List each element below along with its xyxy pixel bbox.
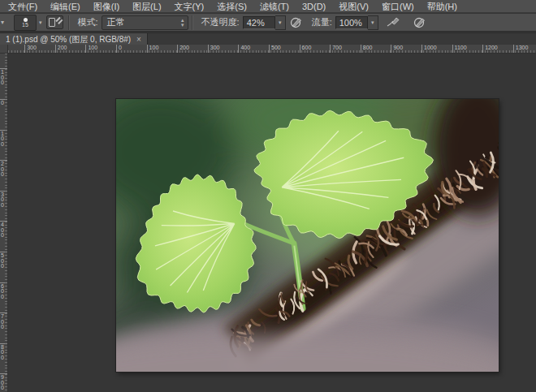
ruler-label: 100 bbox=[149, 45, 159, 51]
mode-label: 模式: bbox=[78, 16, 98, 28]
ruler-tick bbox=[300, 45, 300, 53]
brush-size-value: 15 bbox=[22, 22, 28, 28]
tool-options-bar: ▾ 15 ▾ 模式: 正常 ▲▼ 不透明度: 42% ▾ 流量: 100% ▾ bbox=[0, 14, 536, 32]
toggle-brush-panel-button[interactable] bbox=[46, 15, 63, 29]
ruler-label: 1000 bbox=[424, 45, 437, 51]
ruler-label: 1200 bbox=[485, 45, 498, 51]
ruler-label: 600 bbox=[302, 45, 312, 51]
ruler-label: 1100 bbox=[455, 45, 467, 51]
ruler-label: 900 bbox=[393, 45, 403, 51]
ruler-tick bbox=[116, 45, 117, 53]
ruler-label: 200 bbox=[58, 45, 67, 51]
document-tab-title: 1 (1).psd @ 50% (图层 0, RGB/8#) bbox=[6, 34, 131, 45]
opacity-dropdown-icon[interactable]: ▾ bbox=[275, 15, 286, 30]
ruler-tick bbox=[513, 45, 514, 53]
ruler-label: 1300 bbox=[516, 45, 529, 51]
menu-item-1[interactable]: 编辑(E) bbox=[44, 0, 87, 13]
ruler-label: 8 0 0 bbox=[1, 345, 4, 361]
ruler-label: 300 bbox=[27, 45, 37, 51]
photo-leaves bbox=[116, 99, 499, 372]
menu-item-9[interactable]: 窗口(W) bbox=[375, 0, 421, 13]
document-tab-bar: 1 (1).psd @ 50% (图层 0, RGB/8#) × bbox=[0, 32, 536, 45]
flow-input[interactable]: 100% bbox=[335, 16, 368, 29]
ruler-tick bbox=[24, 45, 25, 53]
tool-preset-arrow-icon[interactable]: ▾ bbox=[0, 19, 9, 26]
menu-item-5[interactable]: 选择(S) bbox=[210, 0, 253, 13]
opacity-input[interactable]: 42% bbox=[243, 16, 275, 29]
ruler-tick bbox=[269, 45, 270, 53]
menu-item-3[interactable]: 图层(L) bbox=[126, 0, 167, 13]
brush-preset-picker[interactable]: 15 bbox=[14, 15, 37, 31]
ruler-corner-box bbox=[0, 45, 8, 54]
pen-pressure-size-button[interactable] bbox=[412, 15, 428, 29]
ruler-label: 4 0 0 bbox=[1, 222, 4, 239]
tab-close-icon[interactable]: × bbox=[136, 36, 141, 44]
ruler-tick bbox=[330, 45, 331, 53]
ruler-tick bbox=[482, 45, 483, 53]
ruler-label: 200 bbox=[179, 45, 189, 51]
ruler-label: 500 bbox=[271, 45, 281, 51]
ruler-label: 9 0 0 bbox=[1, 375, 4, 391]
ruler-label: 800 bbox=[363, 45, 373, 51]
ruler-tick bbox=[421, 45, 422, 53]
menu-item-4[interactable]: 文字(Y) bbox=[168, 0, 211, 13]
ruler-label: 100 bbox=[88, 45, 97, 51]
flow-dropdown-icon[interactable]: ▾ bbox=[368, 15, 378, 30]
menu-item-10[interactable]: 帮助(H) bbox=[421, 0, 464, 13]
ruler-tick bbox=[147, 45, 148, 53]
ruler-tick bbox=[452, 45, 453, 53]
ruler-label: 1 0 0 bbox=[1, 70, 4, 86]
ruler-tick bbox=[391, 45, 391, 53]
ruler-tick bbox=[177, 45, 178, 53]
ruler-label: 300 bbox=[210, 45, 220, 51]
opacity-label: 不透明度: bbox=[201, 16, 240, 28]
document-tab[interactable]: 1 (1).psd @ 50% (图层 0, RGB/8#) × bbox=[0, 33, 148, 45]
menu-item-2[interactable]: 图像(I) bbox=[87, 0, 126, 13]
options-separator bbox=[192, 15, 193, 30]
ruler-label: 400 bbox=[240, 45, 250, 51]
pen-pressure-opacity-button[interactable] bbox=[288, 15, 305, 29]
ruler-tick bbox=[238, 45, 239, 53]
ruler-label: 2 0 0 bbox=[1, 162, 4, 178]
menu-item-6[interactable]: 滤镜(T) bbox=[253, 0, 296, 13]
airbrush-toggle-button[interactable] bbox=[385, 15, 401, 29]
blend-mode-value: 正常 bbox=[107, 16, 125, 28]
flow-label: 流量: bbox=[312, 16, 332, 28]
ruler-label: 3 0 0 bbox=[1, 192, 4, 209]
ruler-label: 5 0 0 bbox=[1, 253, 4, 269]
ruler-tick bbox=[85, 45, 86, 53]
combo-updown-icon: ▲▼ bbox=[180, 18, 185, 28]
ruler-label: 0 bbox=[119, 45, 122, 51]
ruler-label: 7 0 0 bbox=[1, 314, 4, 330]
document-image[interactable] bbox=[116, 99, 499, 372]
horizontal-ruler: 4003002001000100200300400500600700800900… bbox=[0, 45, 536, 54]
vertical-ruler: 1 0 001 0 02 0 03 0 04 0 05 0 06 0 07 0 … bbox=[0, 45, 8, 392]
menu-item-0[interactable]: 文件(F) bbox=[2, 0, 44, 13]
brush-preset-dropdown-icon[interactable]: ▾ bbox=[37, 19, 45, 26]
blend-mode-select[interactable]: 正常 ▲▼ bbox=[102, 15, 188, 30]
ruler-tick bbox=[208, 45, 209, 53]
ruler-label: 1 0 0 bbox=[1, 131, 4, 148]
ruler-label: 700 bbox=[332, 45, 342, 51]
ruler-tick bbox=[361, 45, 361, 53]
menu-item-8[interactable]: 视图(V) bbox=[332, 0, 375, 13]
menu-bar: 文件(F)编辑(E)图像(I)图层(L)文字(Y)选择(S)滤镜(T)3D(D)… bbox=[0, 0, 536, 13]
ruler-label: 6 0 0 bbox=[1, 284, 4, 300]
menu-item-7[interactable]: 3D(D) bbox=[296, 0, 332, 13]
ruler-label: 0 bbox=[1, 101, 4, 106]
options-separator bbox=[68, 15, 70, 30]
ruler-tick bbox=[55, 45, 56, 53]
canvas-pasteboard bbox=[8, 54, 536, 392]
